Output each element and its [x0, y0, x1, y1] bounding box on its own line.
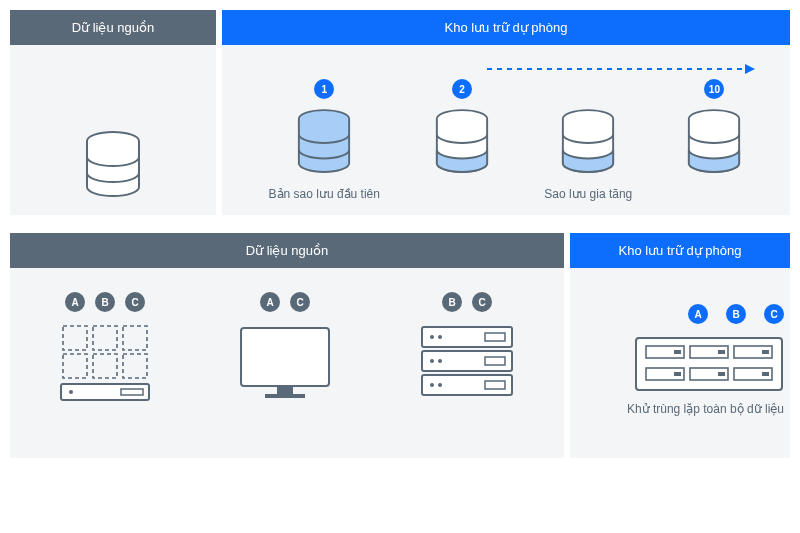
- svg-rect-41: [674, 372, 681, 376]
- badge-2: 2: [452, 79, 472, 99]
- svg-rect-18: [265, 394, 305, 398]
- block-storage-top: Kho lưu trữ dự phòng 1 Bản sao lưu đầu: [222, 10, 790, 215]
- svg-rect-8: [93, 326, 117, 350]
- header-storage-top: Kho lưu trữ dự phòng: [222, 10, 790, 45]
- source-device-3: B C: [419, 292, 515, 398]
- header-source-top: Dữ liệu nguồn: [10, 10, 216, 45]
- header-source-bottom: Dữ liệu nguồn: [10, 233, 564, 268]
- backup-first: 1 Bản sao lưu đầu tiên: [269, 79, 380, 201]
- caption-dedup: Khử trùng lặp toàn bộ dữ liệu: [627, 402, 784, 416]
- source-device-1: A B C: [59, 292, 151, 402]
- svg-rect-21: [422, 375, 512, 395]
- svg-point-24: [430, 359, 434, 363]
- badge-b: B: [95, 292, 115, 312]
- badge-c: C: [125, 292, 145, 312]
- vm-host-icon: [59, 324, 151, 402]
- backup-incr-10: 10: [685, 79, 743, 201]
- svg-rect-19: [422, 327, 512, 347]
- badge-a: A: [65, 292, 85, 312]
- svg-rect-42: [718, 372, 725, 376]
- svg-point-25: [438, 359, 442, 363]
- source-db-icon: [83, 131, 143, 201]
- svg-rect-20: [422, 351, 512, 371]
- svg-point-26: [430, 383, 434, 387]
- svg-rect-9: [123, 326, 147, 350]
- svg-rect-38: [674, 350, 681, 354]
- svg-rect-16: [241, 328, 329, 386]
- svg-rect-12: [123, 354, 147, 378]
- svg-rect-39: [718, 350, 725, 354]
- badge-b: B: [442, 292, 462, 312]
- badge-10: 10: [704, 79, 724, 99]
- svg-point-22: [430, 335, 434, 339]
- svg-rect-43: [762, 372, 769, 376]
- source-device-2: A C: [237, 292, 333, 402]
- header-storage-bottom: Kho lưu trữ dự phòng: [570, 233, 790, 268]
- badge-a: A: [260, 292, 280, 312]
- arrow-incremental: [487, 63, 757, 75]
- block-source-bottom: Dữ liệu nguồn A B C: [10, 233, 564, 458]
- badge-b-blue: B: [726, 304, 746, 324]
- svg-rect-17: [277, 386, 293, 394]
- svg-rect-7: [63, 326, 87, 350]
- svg-rect-10: [63, 354, 87, 378]
- caption-incremental: Sao lưu gia tăng: [544, 187, 632, 201]
- badge-c-blue: C: [764, 304, 784, 324]
- block-storage-bottom: Kho lưu trữ dự phòng A B C: [570, 233, 790, 458]
- panel-dedup: Dữ liệu nguồn A B C: [10, 233, 790, 458]
- badge-c: C: [290, 292, 310, 312]
- backup-incr-mid: Sao lưu gia tăng: [544, 79, 632, 201]
- badge-a-blue: A: [688, 304, 708, 324]
- svg-point-27: [438, 383, 442, 387]
- backup-incr-2: 2: [433, 79, 491, 201]
- badge-1: 1: [314, 79, 334, 99]
- badge-c: C: [472, 292, 492, 312]
- svg-rect-11: [93, 354, 117, 378]
- svg-rect-40: [762, 350, 769, 354]
- storage-array-icon: [634, 336, 784, 392]
- monitor-icon: [237, 324, 333, 402]
- svg-rect-13: [61, 384, 149, 400]
- block-source-top: Dữ liệu nguồn: [10, 10, 216, 215]
- svg-point-23: [438, 335, 442, 339]
- caption-first-backup: Bản sao lưu đầu tiên: [269, 187, 380, 201]
- panel-backup-chain: Dữ liệu nguồn Kho lưu trữ dự phòng: [10, 10, 790, 215]
- server-rack-icon: [419, 324, 515, 398]
- svg-point-14: [69, 390, 73, 394]
- svg-marker-2: [745, 64, 755, 74]
